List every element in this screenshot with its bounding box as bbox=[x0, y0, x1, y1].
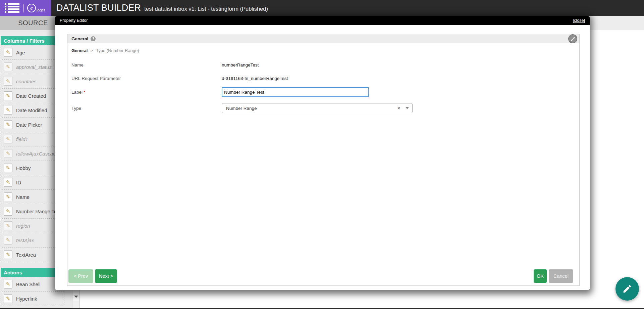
type-select[interactable]: Number Range × bbox=[222, 103, 413, 113]
pencil-icon: ✎ bbox=[4, 120, 12, 129]
sidebar-item[interactable]: ✎Hyperlink bbox=[1, 291, 64, 306]
pencil-icon: ✎ bbox=[4, 62, 12, 71]
pencil-icon: ✎ bbox=[4, 207, 12, 216]
dialog-title: Property Editor bbox=[60, 18, 88, 23]
pencil-icon: ✎ bbox=[4, 77, 12, 86]
brand-block: e joget bbox=[0, 0, 51, 16]
breadcrumb-separator: > bbox=[91, 48, 93, 53]
edit-fab-button[interactable] bbox=[615, 277, 639, 301]
page-subtitle: test datalist inbox v1: List - testingfo… bbox=[144, 1, 268, 17]
joget-logo-icon: e bbox=[27, 4, 36, 12]
ok-button[interactable]: OK bbox=[534, 269, 547, 283]
name-label: Name bbox=[71, 62, 222, 68]
general-fieldset: General ? General > Type (Number Range) bbox=[67, 34, 580, 286]
sidebar-item-label: Hobby bbox=[16, 165, 31, 171]
name-value: numberRangeTest bbox=[222, 62, 259, 68]
pencil-icon: ✎ bbox=[4, 135, 12, 143]
help-icon[interactable]: ? bbox=[91, 36, 96, 41]
property-editor-titlebar: Property Editor [close] bbox=[55, 16, 590, 25]
url-param-value: d-3191163-fn_numberRangeTest bbox=[222, 76, 288, 81]
breadcrumb-general[interactable]: General bbox=[71, 48, 88, 53]
sidebar-item-label: Date Picker bbox=[16, 122, 42, 128]
sidebar-item-label: Number Range Te bbox=[16, 209, 57, 214]
sidebar-item-label: countries bbox=[16, 79, 37, 84]
expand-dialog-button[interactable] bbox=[568, 34, 577, 43]
type-select-value: Number Range bbox=[226, 106, 397, 111]
next-button[interactable]: Next > bbox=[95, 269, 117, 283]
joget-logo-text: joget bbox=[37, 8, 45, 12]
sidebar-item-label: Date Created bbox=[16, 93, 46, 99]
pencil-icon: ✎ bbox=[4, 221, 12, 230]
general-section-header: General ? bbox=[67, 34, 579, 43]
field-row-name: Name numberRangeTest bbox=[71, 62, 579, 68]
sidebar-item-label: TextArea bbox=[16, 252, 36, 258]
scroll-down-button[interactable] bbox=[73, 292, 79, 301]
clear-selection-icon[interactable]: × bbox=[397, 106, 400, 111]
property-editor-dialog: Property Editor [close] General ? Genera… bbox=[55, 16, 590, 290]
sidebar-item-label: ID bbox=[16, 180, 21, 185]
joget-logo: e joget bbox=[27, 4, 45, 12]
property-form: Name numberRangeTest URL Request Paramet… bbox=[67, 62, 579, 114]
sidebar-item-label: testAjax bbox=[16, 237, 34, 243]
pencil-icon: ✎ bbox=[4, 280, 12, 289]
pencil-icon: ✎ bbox=[4, 236, 12, 245]
pencil-icon: ✎ bbox=[4, 149, 12, 158]
page-title: DATALIST BUILDER bbox=[56, 0, 141, 16]
url-param-label: URL Request Parameter bbox=[71, 76, 222, 81]
sidebar-item-label: Date Modified bbox=[16, 107, 47, 113]
required-asterisk: * bbox=[84, 90, 85, 95]
top-header: e joget DATALIST BUILDER test datalist i… bbox=[0, 0, 644, 16]
field-row-type: Type Number Range × bbox=[71, 103, 579, 114]
section-title: General bbox=[71, 36, 88, 41]
label-field-label: Label* bbox=[71, 90, 222, 95]
sidebar-item-label: approval_status bbox=[16, 64, 52, 70]
prev-button[interactable]: < Prev bbox=[68, 269, 93, 283]
pencil-icon: ✎ bbox=[4, 164, 12, 172]
sidebar-item-label: region bbox=[16, 223, 30, 229]
breadcrumb: General > Type (Number Range) bbox=[67, 43, 579, 53]
property-editor-body: General ? General > Type (Number Range) bbox=[55, 25, 590, 290]
field-row-label: Label* bbox=[71, 87, 579, 97]
pencil-icon bbox=[622, 284, 632, 294]
brand-divider bbox=[23, 4, 24, 12]
close-link[interactable]: [close] bbox=[573, 18, 585, 23]
resize-diagonal-icon bbox=[571, 37, 575, 41]
dropdown-arrow-icon[interactable] bbox=[406, 107, 409, 109]
pencil-icon: ✎ bbox=[4, 48, 12, 57]
pencil-icon: ✎ bbox=[4, 250, 12, 259]
menu-icon[interactable] bbox=[5, 3, 19, 13]
breadcrumb-type: Type (Number Range) bbox=[96, 48, 139, 53]
pencil-icon: ✎ bbox=[4, 192, 12, 201]
type-field-label: Type bbox=[71, 106, 222, 111]
cancel-button[interactable]: Cancel bbox=[549, 269, 573, 283]
pencil-icon: ✎ bbox=[4, 91, 12, 100]
pencil-icon: ✎ bbox=[4, 106, 12, 115]
sidebar-item-label: Name bbox=[16, 194, 30, 200]
sidebar-item-label: Bean Shell bbox=[16, 281, 41, 287]
field-row-url-param: URL Request Parameter d-3191163-fn_numbe… bbox=[71, 75, 579, 81]
sidebar-item-label: field1 bbox=[16, 136, 28, 142]
sidebar-item-label: followAjaxCascad bbox=[16, 151, 56, 157]
sidebar-item-label: Age bbox=[16, 50, 25, 55]
sidebar-item-label: Hyperlink bbox=[16, 296, 37, 302]
pencil-icon: ✎ bbox=[4, 178, 12, 187]
chevron-down-icon bbox=[74, 296, 78, 298]
label-input[interactable] bbox=[222, 87, 369, 97]
pencil-icon: ✎ bbox=[4, 294, 12, 303]
